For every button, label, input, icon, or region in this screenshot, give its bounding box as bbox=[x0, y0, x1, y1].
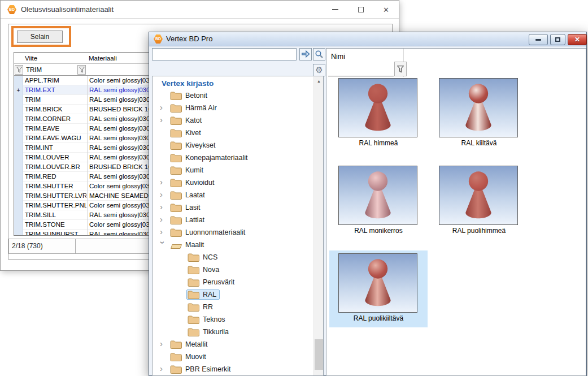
column-header-materiaali[interactable]: Materiaali bbox=[87, 53, 117, 64]
minimize-button[interactable] bbox=[529, 34, 548, 45]
material-item[interactable]: RAL puolikiiltävä bbox=[329, 250, 428, 327]
tree-node: Kivet bbox=[169, 128, 204, 138]
tree-item-label: Muovit bbox=[185, 353, 206, 361]
viite-filter-input[interactable]: TRIM bbox=[25, 64, 42, 76]
maximize-button[interactable] bbox=[348, 1, 373, 19]
scroll-thumb[interactable] bbox=[315, 339, 323, 370]
row-marker bbox=[14, 210, 23, 220]
row-marker bbox=[14, 105, 23, 114]
tree-item-label: RAL bbox=[203, 291, 216, 299]
row-marker bbox=[14, 95, 23, 105]
chevron-icon[interactable]: › bbox=[160, 215, 167, 223]
chevron-icon[interactable]: › bbox=[160, 202, 167, 211]
chevron-icon[interactable]: › bbox=[160, 227, 167, 236]
chevron-icon[interactable]: › bbox=[160, 115, 167, 124]
material-label: RAL kiiltävä bbox=[430, 139, 528, 147]
material-item[interactable]: RAL himmeä bbox=[329, 75, 428, 152]
tree-item-label: Kuvioidut bbox=[185, 179, 214, 187]
folder-icon bbox=[170, 240, 182, 249]
material-item[interactable]: RAL puolihimmeä bbox=[430, 163, 528, 240]
chevron-icon[interactable]: › bbox=[160, 339, 167, 348]
minimize-button[interactable] bbox=[323, 1, 348, 19]
tree-item[interactable]: › Kuvioidut bbox=[153, 176, 313, 189]
tree-item-label: PBR Esimerkit bbox=[185, 365, 231, 373]
back-window-title: Oletusvisualisointimateriaalit bbox=[21, 1, 114, 19]
chevron-icon[interactable]: › bbox=[159, 241, 167, 248]
tree-item[interactable]: RAL bbox=[153, 288, 313, 301]
tree-item[interactable]: NCS bbox=[153, 251, 313, 263]
folder-icon bbox=[188, 302, 199, 312]
cell-viite: TRIM.INT bbox=[24, 143, 86, 153]
front-window-title: Vertex BD Pro bbox=[166, 32, 212, 46]
tree-node: PBR Esimerkit bbox=[169, 364, 234, 374]
material-thumbnail bbox=[338, 78, 417, 137]
window-vertex-bd-pro: BD Vertex BD Pro ✕ ⚙ Vertex kirjasto bbox=[149, 32, 587, 376]
restore-icon bbox=[555, 37, 560, 42]
tree-item[interactable]: › Laatat bbox=[153, 189, 313, 201]
material-label: RAL puolikiiltävä bbox=[329, 314, 428, 322]
tree-node: NCS bbox=[186, 252, 221, 262]
tree-scrollbar[interactable]: ▲ bbox=[313, 76, 323, 375]
close-button[interactable]: ✕ bbox=[373, 1, 399, 19]
material-item[interactable]: RAL kiiltävä bbox=[430, 75, 528, 152]
tree-item[interactable]: Konepajamateriaalit bbox=[153, 152, 313, 164]
settings-button[interactable]: ⚙ bbox=[313, 64, 325, 76]
browse-button[interactable]: Selain bbox=[17, 31, 63, 43]
tree-item[interactable]: › Luonnonmateriaalit bbox=[153, 226, 313, 239]
tree-item[interactable]: RR bbox=[153, 301, 313, 313]
tree-item[interactable]: Tikkurila bbox=[153, 326, 313, 338]
search-button[interactable] bbox=[313, 48, 325, 60]
row-marker bbox=[14, 230, 23, 236]
nimi-filter-button[interactable] bbox=[394, 62, 407, 76]
column-header-viite[interactable]: Viite bbox=[24, 53, 86, 64]
tree-node: Tikkurila bbox=[186, 327, 232, 337]
front-window-titlebar: BD Vertex BD Pro ✕ bbox=[149, 32, 586, 46]
tree-node: Muovit bbox=[169, 352, 210, 362]
scroll-up-button[interactable]: ▲ bbox=[314, 76, 324, 86]
tree-item[interactable]: › PBR Esimerkit bbox=[153, 363, 313, 375]
search-input[interactable] bbox=[152, 48, 297, 60]
row-marker bbox=[14, 114, 23, 124]
tree-node: Luonnonmateriaalit bbox=[169, 227, 249, 237]
tree-item[interactable]: › Härmä Air bbox=[153, 102, 313, 114]
tree-item[interactable]: Muovit bbox=[153, 351, 313, 363]
tree-item[interactable]: Perusvärit bbox=[153, 276, 313, 288]
material-thumbnail bbox=[439, 78, 518, 137]
cell-viite: TRIM.CORNER bbox=[24, 114, 86, 124]
folder-icon bbox=[170, 340, 182, 349]
tree-node: Katot bbox=[169, 115, 205, 126]
tree-item[interactable]: Kiveykset bbox=[153, 139, 313, 152]
chevron-icon[interactable]: › bbox=[160, 103, 167, 111]
go-button[interactable] bbox=[299, 48, 312, 60]
material-item[interactable]: RAL monikerros bbox=[329, 163, 428, 240]
tree-item[interactable]: › Maalit bbox=[153, 239, 313, 251]
folder-icon bbox=[170, 166, 182, 175]
tree-node: RAL bbox=[186, 289, 220, 300]
tree-item[interactable]: Kivet bbox=[153, 127, 313, 139]
tree-item[interactable]: Teknos bbox=[153, 313, 313, 326]
tree-item[interactable]: › Metallit bbox=[153, 338, 313, 351]
tree-item[interactable]: Betonit bbox=[153, 89, 313, 102]
cell-viite: TRIM.STONE bbox=[24, 220, 86, 230]
tree-item[interactable]: Nova bbox=[153, 263, 313, 276]
pawn-image bbox=[339, 79, 417, 137]
tree-item[interactable]: › Katot bbox=[153, 114, 313, 127]
tree-item-label: Perusvärit bbox=[203, 278, 234, 286]
tree-item[interactable]: Kumit bbox=[153, 164, 313, 176]
restore-button[interactable] bbox=[550, 34, 565, 45]
tree-item[interactable]: › Lattiat bbox=[153, 214, 313, 226]
tree-item-label: Tikkurila bbox=[203, 328, 229, 336]
material-thumbnail bbox=[439, 166, 518, 225]
tree-item[interactable]: › Lasit bbox=[153, 201, 313, 214]
desktop: BD Oletusvisualisointimateriaalit ✕ Sela… bbox=[0, 0, 588, 376]
gutter-funnel-icon[interactable] bbox=[15, 65, 23, 75]
tree-item-label: Konepajamateriaalit bbox=[185, 154, 248, 162]
close-button[interactable]: ✕ bbox=[568, 34, 587, 45]
viite-filter-button[interactable] bbox=[77, 65, 86, 75]
chevron-icon[interactable]: › bbox=[160, 190, 167, 198]
chevron-icon[interactable]: › bbox=[160, 178, 167, 186]
folder-icon bbox=[170, 153, 182, 162]
list-column-header-nimi[interactable]: Nimi bbox=[331, 53, 345, 60]
tree-item-label: Lattiat bbox=[185, 216, 204, 224]
chevron-icon[interactable]: › bbox=[160, 364, 167, 373]
